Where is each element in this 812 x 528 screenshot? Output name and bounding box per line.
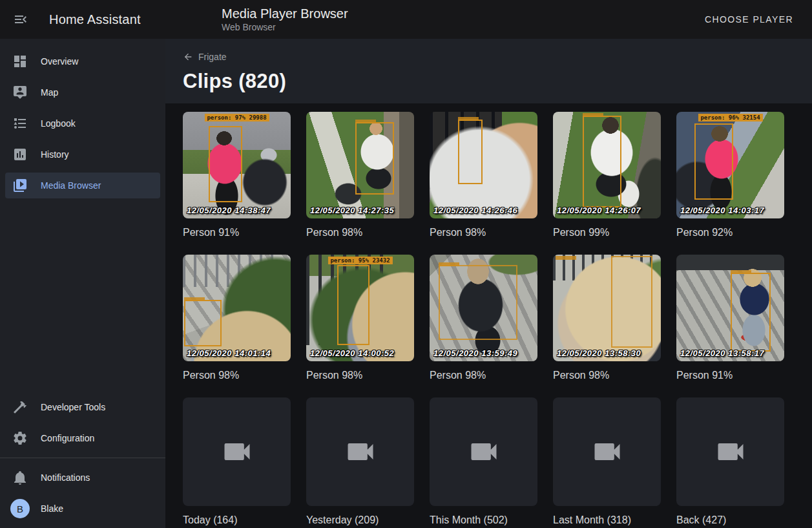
folder-card-this-month[interactable]: This Month (502)	[430, 397, 537, 526]
gear-icon	[12, 430, 28, 446]
sidebar-item-developer-tools[interactable]: Developer Tools	[5, 394, 160, 420]
clip-caption: Person 99%	[553, 226, 661, 238]
sidebar-item-user[interactable]: B Blake	[5, 496, 160, 522]
breadcrumb[interactable]: Frigate	[183, 50, 227, 63]
clip-caption: Person 98%	[430, 369, 537, 381]
clip-thumbnail[interactable]: person: 96% 32154 12/05/2020 14:03:17	[676, 112, 784, 218]
timestamp-overlay: 12/05/2020 13:59:49	[433, 348, 517, 358]
page-heading: Clips (820)	[183, 70, 812, 93]
clip-card[interactable]: 12/05/2020 13:58:17 Person 91%	[676, 255, 784, 381]
detection-box	[583, 116, 621, 207]
timestamp-overlay: 12/05/2020 14:00:52	[310, 348, 394, 358]
clip-thumbnail[interactable]: person: 97% 29988 12/05/2020 14:38:47	[183, 112, 291, 218]
sidebar-item-label: Map	[41, 87, 58, 98]
media-browser-content: Frigate Clips (820) person: 97% 29988 12…	[165, 39, 812, 528]
sidebar-item-label: Configuration	[41, 433, 94, 443]
sidebar-item-label: Developer Tools	[41, 402, 105, 412]
clip-card[interactable]: person: 96% 32154 12/05/2020 14:03:17 Pe…	[676, 112, 784, 238]
video-camera-icon	[220, 435, 254, 469]
sidebar-item-label: Notifications	[41, 472, 90, 483]
sidebar-item-label: Overview	[41, 56, 78, 67]
folder-caption: This Month (502)	[430, 514, 537, 526]
folder-thumbnail[interactable]	[183, 397, 291, 506]
clip-card[interactable]: 12/05/2020 14:26:07 Person 99%	[553, 112, 661, 238]
chart-box-icon	[12, 147, 28, 162]
folder-caption: Today (164)	[183, 514, 291, 526]
clip-caption: Person 98%	[183, 369, 291, 381]
sidebar-item-history[interactable]: History	[5, 142, 160, 167]
video-camera-icon	[590, 435, 624, 469]
sidebar-toggle-button[interactable]	[5, 4, 36, 35]
clip-thumbnail[interactable]: 12/05/2020 14:27:35	[306, 112, 414, 218]
folder-thumbnail[interactable]	[306, 397, 414, 506]
sidebar-item-label: Media Browser	[41, 180, 101, 191]
clip-card[interactable]: 12/05/2020 13:58:30 Person 98%	[553, 255, 661, 381]
detection-box	[731, 273, 771, 352]
timestamp-overlay: 12/05/2020 13:58:17	[680, 348, 764, 358]
sidebar-item-media-browser[interactable]: Media Browser	[5, 173, 160, 198]
menu-open-icon	[13, 12, 28, 27]
media-player-header: Media Player Browser Web Browser	[222, 6, 348, 33]
sidebar-spacer	[0, 201, 165, 392]
folder-caption: Back (427)	[676, 514, 784, 526]
arrow-left-icon	[183, 52, 193, 62]
detection-box	[184, 300, 222, 346]
clip-caption: Person 98%	[430, 226, 537, 238]
folder-thumbnail[interactable]	[553, 397, 661, 506]
timestamp-overlay: 12/05/2020 14:26:46	[433, 206, 517, 215]
detection-label-small	[556, 256, 576, 260]
folder-thumbnail[interactable]	[430, 397, 537, 506]
detection-label: person: 95% 23432	[328, 257, 392, 264]
folder-caption: Last Month (318)	[553, 514, 661, 526]
clip-thumbnail[interactable]: 12/05/2020 13:58:30	[553, 255, 661, 361]
folder-card-yesterday[interactable]: Yesterday (209)	[306, 397, 414, 526]
clip-thumbnail[interactable]: person: 95% 23432 12/05/2020 14:00:52	[306, 255, 414, 361]
detection-box	[611, 256, 652, 348]
clip-thumbnail[interactable]: 12/05/2020 14:26:46	[430, 112, 537, 218]
clip-thumbnail[interactable]: 12/05/2020 13:58:17	[676, 255, 784, 361]
dashboard-icon	[12, 54, 28, 69]
clip-card[interactable]: person: 95% 23432 12/05/2020 14:00:52 Pe…	[306, 255, 414, 381]
app-bar: Home Assistant Media Player Browser Web …	[0, 0, 812, 39]
sidebar-item-label: History	[41, 149, 69, 160]
clip-thumbnail[interactable]: 12/05/2020 14:01:14	[183, 255, 291, 361]
folder-card-last-month[interactable]: Last Month (318)	[553, 397, 661, 526]
clip-thumbnail[interactable]: 12/05/2020 13:59:49	[430, 255, 537, 361]
sidebar-item-notifications[interactable]: Notifications	[5, 465, 160, 491]
clip-caption: Person 98%	[306, 369, 414, 381]
play-box-multiple-icon	[12, 178, 28, 193]
clip-caption: Person 91%	[676, 369, 784, 381]
sidebar-item-overview[interactable]: Overview	[5, 48, 160, 74]
video-camera-icon	[344, 435, 377, 469]
clip-card[interactable]: 12/05/2020 13:59:49 Person 98%	[430, 255, 537, 381]
detection-box	[209, 126, 242, 202]
folder-card-back[interactable]: Back (427)	[676, 397, 784, 526]
clip-caption: Person 98%	[553, 369, 661, 381]
timestamp-overlay: 12/05/2020 14:27:35	[310, 206, 394, 215]
choose-player-button[interactable]: CHOOSE PLAYER	[700, 9, 798, 30]
folder-thumbnail[interactable]	[676, 397, 784, 506]
page-subtitle: Web Browser	[222, 22, 348, 33]
timestamp-overlay: 12/05/2020 14:26:07	[557, 206, 641, 215]
sidebar-item-map[interactable]: Map	[5, 79, 160, 105]
video-camera-icon	[714, 435, 747, 469]
clip-card[interactable]: 12/05/2020 14:27:35 Person 98%	[306, 112, 414, 238]
timestamp-overlay: 12/05/2020 14:03:17	[680, 206, 764, 215]
logbook-list-icon	[12, 116, 28, 131]
clip-caption: Person 98%	[306, 226, 414, 238]
timestamp-overlay: 12/05/2020 13:58:30	[557, 348, 641, 358]
folder-caption: Yesterday (209)	[306, 514, 414, 526]
bell-icon	[12, 470, 28, 485]
folder-card-today[interactable]: Today (164)	[183, 397, 291, 526]
page-title: Media Player Browser	[222, 6, 348, 21]
sidebar: Overview Map Logbook History Media Brows…	[0, 39, 165, 528]
clip-card[interactable]: person: 97% 29988 12/05/2020 14:38:47 Pe…	[183, 112, 291, 238]
clip-card[interactable]: 12/05/2020 14:01:14 Person 98%	[183, 255, 291, 381]
clip-thumbnail[interactable]: 12/05/2020 14:26:07	[553, 112, 661, 218]
sidebar-item-logbook[interactable]: Logbook	[5, 111, 160, 136]
clip-card[interactable]: 12/05/2020 14:26:46 Person 98%	[430, 112, 537, 238]
timestamp-overlay: 12/05/2020 14:01:14	[187, 348, 271, 358]
hammer-icon	[12, 399, 28, 415]
sidebar-item-configuration[interactable]: Configuration	[5, 425, 160, 451]
detection-box	[458, 120, 483, 184]
